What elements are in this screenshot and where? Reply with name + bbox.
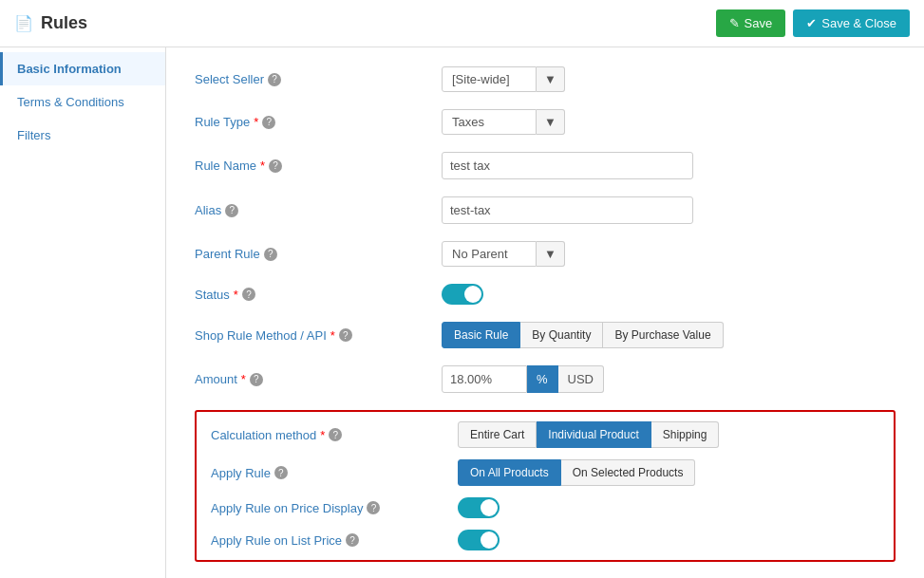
parent-rule-label: Parent Rule ? <box>195 247 442 261</box>
rule-type-help-icon[interactable]: ? <box>262 116 275 129</box>
apply-list-price-help-icon[interactable]: ? <box>346 533 359 547</box>
apply-rule-help-icon[interactable]: ? <box>274 466 288 479</box>
status-help-icon[interactable]: ? <box>242 288 255 301</box>
calc-method-label: Calculation method * ? <box>211 428 458 442</box>
parent-rule-value: No Parent <box>442 241 537 267</box>
amount-label: Amount * ? <box>195 372 442 386</box>
layout: Basic Information Terms & Conditions Fil… <box>0 47 924 578</box>
rule-type-required: * <box>254 115 258 129</box>
amount-usd-label: USD <box>558 365 604 393</box>
toggle-thumb <box>464 286 481 303</box>
alias-label: Alias ? <box>195 203 442 217</box>
shop-rule-required: * <box>330 328 335 343</box>
calc-individual-product-btn[interactable]: Individual Product <box>537 421 651 448</box>
top-bar-left: 📄 Rules <box>14 13 87 33</box>
amount-help-icon[interactable]: ? <box>250 373 263 386</box>
select-seller-help-icon[interactable]: ? <box>268 73 281 86</box>
amount-pct-label: % <box>527 365 558 393</box>
top-bar-right: ✎ Save ✔ Save & Close <box>716 9 910 37</box>
apply-price-display-row: Apply Rule on Price Display ? <box>211 497 879 518</box>
alias-help-icon[interactable]: ? <box>225 204 238 217</box>
apply-rule-label: Apply Rule ? <box>211 466 458 480</box>
select-seller-wrapper: [Site-wide] ▼ <box>442 66 565 92</box>
apply-list-price-toggle[interactable] <box>458 530 500 550</box>
apply-rule-selected-products-btn[interactable]: On Selected Products <box>561 459 696 486</box>
main-content: Select Seller ? [Site-wide] ▼ Rule Type … <box>166 47 924 578</box>
shop-rule-by-quantity-btn[interactable]: By Quantity <box>520 322 603 348</box>
apply-price-display-label: Apply Rule on Price Display ? <box>211 501 458 515</box>
sidebar-item-terms-conditions[interactable]: Terms & Conditions <box>0 85 165 119</box>
shop-rule-help-icon[interactable]: ? <box>339 328 352 342</box>
sidebar-item-filters[interactable]: Filters <box>0 119 165 152</box>
save-button[interactable]: ✎ Save <box>716 9 786 37</box>
apply-list-price-label: Apply Rule on List Price ? <box>211 533 458 548</box>
shop-rule-row: Shop Rule Method / API * ? Basic Rule By… <box>195 322 896 348</box>
alias-row: Alias ? <box>195 196 896 224</box>
shop-rule-label: Shop Rule Method / API * ? <box>195 328 442 343</box>
status-required: * <box>234 288 238 302</box>
select-seller-value: [Site-wide] <box>442 66 537 92</box>
calc-method-required: * <box>320 428 325 442</box>
amount-row: Amount * ? % USD <box>195 365 896 393</box>
apply-rule-row: Apply Rule ? On All Products On Selected… <box>211 459 879 486</box>
apply-price-display-help-icon[interactable]: ? <box>367 501 380 514</box>
rule-type-label: Rule Type * ? <box>195 115 442 129</box>
rule-type-value: Taxes <box>442 109 537 135</box>
red-border-section: Calculation method * ? Entire Cart Indiv… <box>195 410 896 562</box>
page-icon: 📄 <box>14 14 33 32</box>
shop-rule-btn-group: Basic Rule By Quantity By Purchase Value <box>442 322 724 348</box>
amount-input-group: % USD <box>442 365 604 393</box>
shop-rule-basic-rule-btn[interactable]: Basic Rule <box>442 322 520 348</box>
rule-name-help-icon[interactable]: ? <box>269 159 282 173</box>
rule-name-row: Rule Name * ? <box>195 152 896 179</box>
amount-input[interactable] <box>442 365 527 393</box>
sidebar: Basic Information Terms & Conditions Fil… <box>0 47 166 578</box>
save-close-button[interactable]: ✔ Save & Close <box>793 9 910 37</box>
apply-rule-all-products-btn[interactable]: On All Products <box>458 459 561 486</box>
calc-method-btn-group: Entire Cart Individual Product Shipping <box>458 421 719 448</box>
status-label: Status * ? <box>195 288 442 302</box>
rule-name-required: * <box>260 158 265 173</box>
parent-rule-caret[interactable]: ▼ <box>537 241 565 267</box>
amount-required: * <box>241 372 246 386</box>
alias-input[interactable] <box>442 196 693 224</box>
sidebar-item-basic-information[interactable]: Basic Information <box>0 52 165 85</box>
parent-rule-wrapper: No Parent ▼ <box>442 241 565 267</box>
apply-price-display-toggle[interactable] <box>458 497 500 518</box>
rule-name-input[interactable] <box>442 152 693 179</box>
rule-type-row: Rule Type * ? Taxes ▼ <box>195 109 896 135</box>
parent-rule-row: Parent Rule ? No Parent ▼ <box>195 241 896 267</box>
rule-name-label: Rule Name * ? <box>195 158 442 173</box>
toggle-thumb-3 <box>481 531 498 549</box>
page-title: Rules <box>41 13 87 33</box>
select-seller-label: Select Seller ? <box>195 72 442 86</box>
checkmark-icon: ✔ <box>806 16 817 30</box>
calc-method-row: Calculation method * ? Entire Cart Indiv… <box>211 421 879 448</box>
rule-type-caret[interactable]: ▼ <box>537 109 565 135</box>
toggle-thumb-2 <box>481 499 498 516</box>
rule-type-wrapper: Taxes ▼ <box>442 109 565 135</box>
select-seller-caret[interactable]: ▼ <box>537 66 565 92</box>
status-toggle[interactable] <box>442 284 483 305</box>
status-row: Status * ? <box>195 284 896 305</box>
select-seller-row: Select Seller ? [Site-wide] ▼ <box>195 66 896 92</box>
apply-rule-btn-group: On All Products On Selected Products <box>458 459 695 486</box>
calc-method-help-icon[interactable]: ? <box>329 428 342 441</box>
apply-list-price-row: Apply Rule on List Price ? <box>211 530 879 550</box>
calc-entire-cart-btn[interactable]: Entire Cart <box>458 421 537 448</box>
save-icon: ✎ <box>729 16 740 30</box>
top-bar: 📄 Rules ✎ Save ✔ Save & Close <box>0 0 924 47</box>
parent-rule-help-icon[interactable]: ? <box>264 248 277 261</box>
calc-shipping-btn[interactable]: Shipping <box>651 421 720 448</box>
shop-rule-by-purchase-btn[interactable]: By Purchase Value <box>603 322 723 348</box>
